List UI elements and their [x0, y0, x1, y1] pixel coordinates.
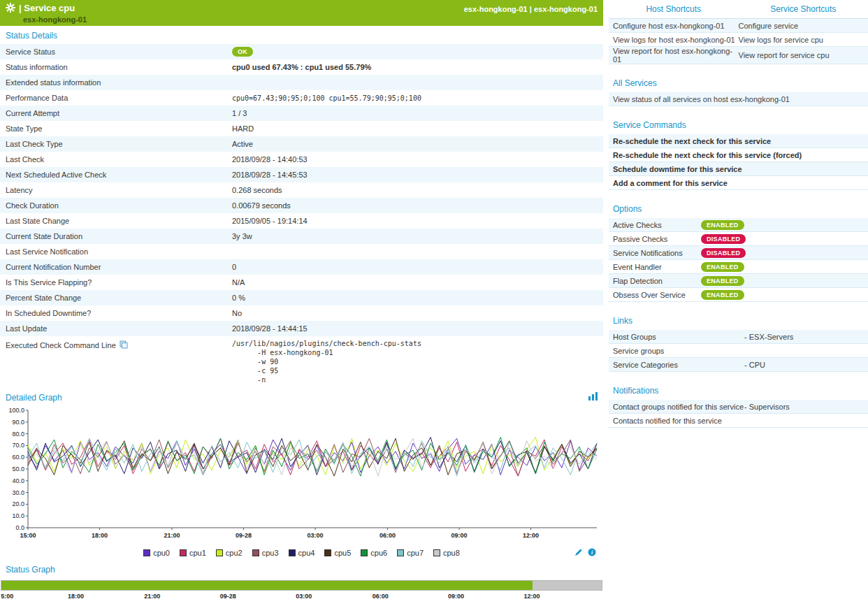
- shortcut-link[interactable]: Configure service: [739, 22, 865, 30]
- edit-graph-icon[interactable]: [574, 548, 583, 558]
- ok-badge: OK: [232, 47, 253, 57]
- legend-label: cpu1: [189, 549, 206, 557]
- status-axis-label: 12:00: [524, 593, 540, 600]
- status-row: Current State Duration3y 3w: [0, 229, 603, 244]
- status-row-value: HARD: [232, 124, 603, 133]
- status-row-label: Percent State Change: [0, 294, 232, 302]
- status-row-label: Last Update: [0, 324, 232, 333]
- option-label: Passive Checks: [613, 235, 701, 243]
- status-row-value: 0 %: [232, 294, 603, 302]
- shortcut-link[interactable]: View logs for host esx-hongkong-01: [613, 36, 739, 44]
- legend-item: cpu5: [324, 549, 351, 557]
- status-row-value: 0.268 seconds: [232, 186, 603, 194]
- legend-swatch: [361, 549, 368, 556]
- shortcut-row: Configure host esx-hongkong-01Configure …: [609, 19, 868, 33]
- right-panel: Host Shortcuts Service Shortcuts Configu…: [609, 0, 868, 603]
- link-row-value[interactable]: - CPU: [744, 361, 864, 369]
- status-row-value: 0: [232, 263, 603, 271]
- service-shortcuts-title: Service Shortcuts: [739, 0, 868, 18]
- shortcut-link[interactable]: Configure host esx-hongkong-01: [613, 22, 739, 30]
- status-row-value: /usr/lib/nagios/plugins/check-bench-cpu-…: [232, 339, 603, 384]
- option-label: Active Checks: [613, 221, 701, 229]
- options-title: Options: [609, 199, 868, 218]
- graph-legend: cpu0cpu1cpu2cpu3cpu4cpu5cpu6cpu7cpu8: [0, 549, 603, 557]
- notification-row: Contacts notified for this service: [609, 414, 868, 428]
- status-row-label: Is This Service Flapping?: [0, 278, 232, 287]
- status-axis-label: 5:00: [1, 593, 13, 600]
- status-row-label: Next Scheduled Active Check: [0, 171, 232, 179]
- svg-text:90.0: 90.0: [12, 419, 24, 426]
- notification-row-value[interactable]: - Supervisors: [744, 403, 864, 411]
- shortcut-link[interactable]: View logs for service cpu: [739, 36, 865, 44]
- svg-text:03:00: 03:00: [308, 532, 324, 539]
- status-row-label: Executed Check Command Line: [0, 339, 232, 350]
- shortcut-row: View logs for host esx-hongkong-01View l…: [609, 33, 868, 47]
- link-row-label: Service groups: [613, 347, 744, 355]
- enabled-badge: ENABLED: [701, 262, 744, 272]
- status-row-label: Extended status information: [0, 78, 232, 87]
- link-row: Host Groups- ESX-Servers: [609, 330, 868, 344]
- options-section: Options Active ChecksENABLEDPassive Chec…: [609, 199, 868, 302]
- legend-swatch: [289, 549, 296, 556]
- shortcuts-section: Host Shortcuts Service Shortcuts Configu…: [609, 0, 868, 64]
- link-row-label: Service Categories: [613, 361, 744, 369]
- svg-text:18:00: 18:00: [92, 532, 108, 539]
- status-graph-gray-segment: [533, 581, 602, 590]
- status-row: Last Update2018/09/28 - 14:44:15: [0, 321, 603, 336]
- status-axis-label: 09:00: [448, 593, 464, 600]
- service-command-link[interactable]: Re-schedule the next check for this serv…: [613, 137, 864, 145]
- svg-text:40.0: 40.0: [12, 477, 24, 484]
- status-row: Current Attempt1 / 3: [0, 106, 603, 121]
- shortcut-link[interactable]: View report for host esx-hongkong-01: [613, 47, 739, 64]
- service-command-row: Schedule downtime for this service: [609, 162, 868, 176]
- links-section: Links Host Groups- ESX-ServersService gr…: [609, 311, 868, 372]
- service-command-link[interactable]: Schedule downtime for this service: [613, 165, 864, 173]
- bar-chart-icon[interactable]: [588, 392, 598, 403]
- header-host-service-text: esx-hongkong-01 | esx-hongkong-01: [464, 3, 598, 26]
- status-axis-label: 21:00: [144, 593, 160, 600]
- gear-icon[interactable]: [6, 3, 15, 14]
- status-row: Extended status information: [0, 75, 603, 90]
- link-row-label: Host Groups: [613, 333, 744, 341]
- status-row-value: 1 / 3: [232, 109, 603, 117]
- info-icon[interactable]: i: [588, 548, 596, 558]
- status-table: Service StatusOKStatus informationcpu0 u…: [0, 44, 603, 387]
- service-command-link[interactable]: Re-schedule the next check for this serv…: [613, 151, 864, 159]
- option-label: Service Notifications: [613, 249, 701, 257]
- status-row-label: In Scheduled Downtime?: [0, 309, 232, 317]
- svg-text:50.0: 50.0: [12, 466, 24, 472]
- status-details-section: Status Details Service StatusOKStatus in…: [0, 26, 603, 387]
- status-row-value: No: [232, 309, 603, 317]
- all-services-link[interactable]: View status of all services on host esx-…: [613, 95, 864, 103]
- status-row-label: Last Check Type: [0, 140, 232, 148]
- option-row: Flap DetectionENABLED: [609, 274, 868, 288]
- all-services-row: View status of all services on host esx-…: [609, 92, 868, 106]
- link-row-value[interactable]: - ESX-Servers: [744, 333, 864, 341]
- service-command-row: Re-schedule the next check for this serv…: [609, 148, 868, 162]
- all-services-table: View status of all services on host esx-…: [609, 92, 868, 106]
- option-row: Passive ChecksDISABLED: [609, 232, 868, 246]
- view-command-icon[interactable]: [120, 340, 128, 350]
- shortcut-link[interactable]: View report for service cpu: [739, 51, 865, 59]
- legend-label: cpu7: [407, 549, 424, 557]
- status-row-label: Current Attempt: [0, 109, 232, 117]
- option-label: Event Handler: [613, 263, 701, 271]
- option-label: Obsess Over Service: [613, 291, 701, 299]
- option-row: Obsess Over ServiceENABLED: [609, 288, 868, 302]
- status-graph-bar: [1, 580, 602, 591]
- status-row: Latency0.268 seconds: [0, 182, 603, 198]
- service-command-link[interactable]: Add a comment for this service: [613, 179, 864, 187]
- status-axis-label: 18:00: [68, 593, 84, 600]
- status-row-label: Current Notification Number: [0, 263, 232, 271]
- legend-label: cpu0: [153, 549, 170, 557]
- status-axis-label: 03:00: [296, 593, 312, 600]
- legend-swatch: [324, 549, 331, 556]
- notification-row-label: Contact groups notified for this service: [613, 403, 744, 411]
- detailed-graph-title: Detailed Graph: [6, 393, 62, 403]
- status-row-value: 2015/09/05 - 19:14:14: [232, 217, 603, 225]
- legend-swatch: [433, 549, 440, 556]
- status-row: Next Scheduled Active Check2018/09/28 - …: [0, 167, 603, 182]
- legend-swatch: [216, 549, 223, 556]
- all-services-title: All Services: [609, 73, 868, 92]
- shortcuts-header: Host Shortcuts Service Shortcuts: [609, 0, 868, 19]
